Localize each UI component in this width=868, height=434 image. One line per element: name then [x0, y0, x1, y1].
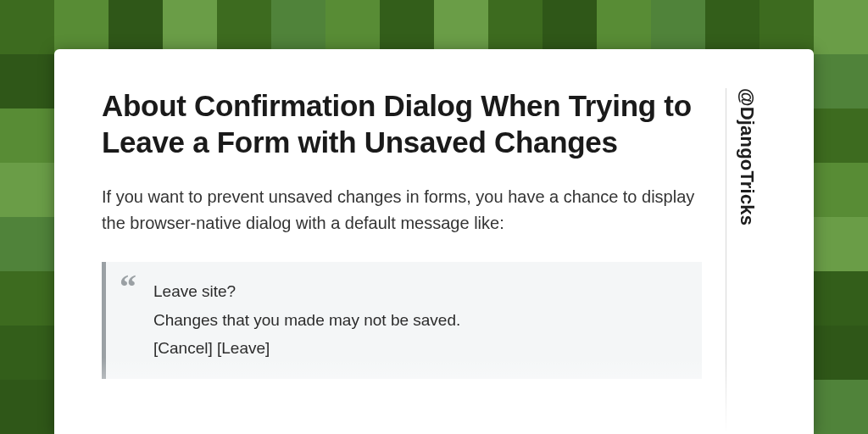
article-card: About Confirmation Dialog When Trying to… [54, 49, 814, 434]
quote-line-2: Changes that you made may not be saved. [153, 306, 683, 334]
author-sidebar: @DjangoTricks [726, 88, 766, 434]
quote-line-3: [Cancel] [Leave] [153, 334, 683, 362]
article-intro: If you want to prevent unsaved changes i… [102, 184, 702, 236]
quote-line-1: Leave site? [153, 277, 683, 305]
article-title: About Confirmation Dialog When Trying to… [102, 88, 702, 160]
dialog-quote: “ Leave site? Changes that you made may … [102, 262, 702, 379]
quote-mark-icon: “ [120, 270, 136, 304]
author-handle[interactable]: @DjangoTricks [736, 88, 758, 225]
article-main: About Confirmation Dialog When Trying to… [102, 88, 726, 434]
